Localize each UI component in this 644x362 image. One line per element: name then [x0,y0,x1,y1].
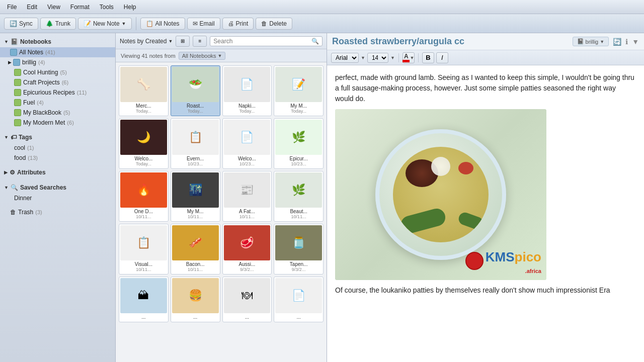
note-thumbnail-16[interactable]: 🏔... [119,277,169,322]
all-notebooks-filter[interactable]: All Notebooks ▼ [179,52,226,60]
watermark-kms: KMS [486,249,515,264]
bold-button[interactable]: B [422,52,434,63]
attributes-section-header[interactable]: ▶ ⚙ Attributes [0,167,115,178]
note-thumbnail-10[interactable]: 📰A Fat...10/11... [222,171,272,222]
attributes-section-icon: ⚙ [10,169,15,176]
note-thumbnail-image-3: 📝 [275,67,322,102]
notebooks-section-header[interactable]: ▼ 📓 Notebooks [0,36,115,47]
note-thumbnail-19[interactable]: 📄... [274,277,324,322]
email-icon: ✉ [193,20,198,27]
font-dropdown-icon[interactable]: ▼ [361,55,365,60]
font-size-select[interactable]: 14 [367,53,388,63]
sidebar-item-epicurious[interactable]: Epicurious Recipes (11) [0,87,115,98]
menu-help[interactable]: Help [119,2,141,13]
tag-cool-label: cool [14,144,25,151]
tags-section-header[interactable]: ▼ 🏷 Tags [0,132,115,143]
note-thumbnail-14[interactable]: 🥩Aussi...9/3/2... [222,224,272,275]
menu-format[interactable]: Format [65,2,95,13]
note-thumbnail-title-8: One D... [120,208,167,214]
note-thumbnail-date-5: 10/23... [172,161,219,167]
sidebar-item-my-blackbook[interactable]: My BlackBook (5) [0,108,115,118]
new-note-button[interactable]: 📝 New Note ▼ [78,18,132,30]
sync-button[interactable]: 🔄 Sync [4,18,38,30]
note-thumbnail-image-19: 📄 [275,278,322,313]
menu-view[interactable]: View [42,2,65,13]
my-modern-met-icon [14,119,21,126]
search-icon[interactable]: 🔍 [311,38,319,45]
note-thumbnail-11[interactable]: 🌿Beaut...10/11... [274,171,324,222]
tags-label: Tags [19,134,32,141]
note-thumbnail-date-17 [172,320,219,321]
tags-section-icon: 🏷 [11,134,17,141]
craft-projects-label: Craft Projects [23,79,60,86]
sync-icon: 🔄 [10,20,17,27]
note-notebook-badge[interactable]: 📓 brillig ▼ [573,37,609,46]
search-input[interactable] [213,38,311,45]
notes-toolbar: Notes by Created ▼ ⊞ ≡ 🔍 [116,33,327,49]
note-thumbnail-title-17: ... [172,313,219,320]
sidebar-item-tag-cool[interactable]: cool (1) [0,143,115,153]
note-thumbnail-9[interactable]: 🌃My M...10/11... [171,171,220,222]
note-thumbnail-5[interactable]: 📋Evern...10/23... [171,118,220,169]
note-thumbnail-12[interactable]: 📋Visual...10/11... [119,224,169,275]
sidebar-item-all-notes[interactable]: All Notes (41) [0,47,115,57]
note-thumbnail-15[interactable]: 🫙Tapen...9/3/2... [274,224,324,275]
new-note-dropdown-icon[interactable]: ▼ [122,21,126,26]
menu-edit[interactable]: Edit [22,2,42,13]
trunk-button[interactable]: 🌲 Trunk [40,18,76,30]
brillig-label: brillig [22,59,36,66]
note-thumbnail-13[interactable]: 🥓Bacon...10/11... [171,224,220,275]
sidebar-item-my-modern-met[interactable]: My Modern Met (6) [0,118,115,128]
sidebar-item-fuel[interactable]: Fuel (4) [0,98,115,108]
note-thumbnail-7[interactable]: 🌿Epicur...10/23... [274,118,324,169]
sidebar-item-tag-food[interactable]: food (13) [0,153,115,163]
font-size-dropdown-icon[interactable]: ▼ [390,55,395,60]
font-family-select[interactable]: Arial [331,53,359,63]
toolbar: 🔄 Sync 🌲 Trunk 📝 New Note ▼ 📋 All Notes … [0,14,644,33]
note-chevron-down-icon[interactable]: ▼ [632,38,639,46]
menu-file[interactable]: File [2,2,22,13]
trash-count: (3) [35,209,42,215]
note-info-icon[interactable]: ℹ [625,38,628,46]
sidebar-item-trash[interactable]: 🗑 Trash (3) [0,207,115,217]
note-thumbnail-3[interactable]: 📝My M...Today... [274,65,324,116]
brillig-count: (4) [38,59,45,65]
sidebar-item-craft-projects[interactable]: Craft Projects (6) [0,77,115,87]
delete-button[interactable]: 🗑 Delete [256,18,292,30]
note-thumbnail-1[interactable]: 🥗Roast...Today... [171,65,220,116]
note-thumbnail-date-6: 10/23... [224,161,271,167]
sidebar-item-cool-hunting[interactable]: Cool Hunting (5) [0,67,115,77]
main-area: ▼ 📓 Notebooks All Notes (41) ▶ brillig (… [0,33,644,362]
note-content[interactable]: perfect, made with ground lamb. Seeing a… [327,65,644,362]
sidebar: ▼ 📓 Notebooks All Notes (41) ▶ brillig (… [0,33,116,362]
note-thumbnail-18[interactable]: 🍽... [222,277,272,322]
notes-view-thumbnails-button[interactable]: ⊞ [176,36,190,47]
viewing-label: Viewing 41 notes from [121,53,176,59]
notes-sort-button[interactable]: Notes by Created ▼ [120,38,173,45]
note-paragraph-2: Of course, the loukaniko patties by them… [335,285,636,296]
all-notes-icon [10,49,17,56]
menubar: File Edit View Format Tools Help [0,0,644,14]
sidebar-item-brillig[interactable]: ▶ brillig (4) [0,57,115,67]
notes-view-list-button[interactable]: ≡ [193,36,207,47]
note-thumbnail-0[interactable]: 🦴Merc...Today... [119,65,169,116]
font-color-button[interactable]: A ▼ [403,52,415,63]
email-button[interactable]: ✉ Email [187,18,220,30]
italic-button[interactable]: I [436,52,448,63]
note-thumbnail-8[interactable]: 🔥One D...10/11... [119,171,169,222]
watermark-circle [465,252,484,270]
note-sync-icon[interactable]: 🔄 [613,38,621,46]
note-thumbnail-6[interactable]: 📄Welco...10/23... [222,118,272,169]
saved-searches-label: Saved Searches [20,184,66,191]
all-notes-button[interactable]: 📋 All Notes [140,18,185,30]
note-thumbnail-17[interactable]: 🍔... [171,277,220,322]
menu-tools[interactable]: Tools [95,2,119,13]
note-thumbnail-2[interactable]: 📄Napki...Today... [222,65,272,116]
note-thumbnail-4[interactable]: 🌙Welco...Today... [119,118,169,169]
print-button[interactable]: 🖨 Print [222,18,254,30]
sidebar-item-saved-search-dinner[interactable]: Dinner [0,193,115,203]
saved-searches-section-header[interactable]: ▼ 🔍 Saved Searches [0,182,115,193]
font-color-dropdown-icon[interactable]: ▼ [410,55,414,60]
all-notebooks-label: All Notebooks [182,53,216,59]
note-thumbnail-date-1: Today... [172,109,219,115]
